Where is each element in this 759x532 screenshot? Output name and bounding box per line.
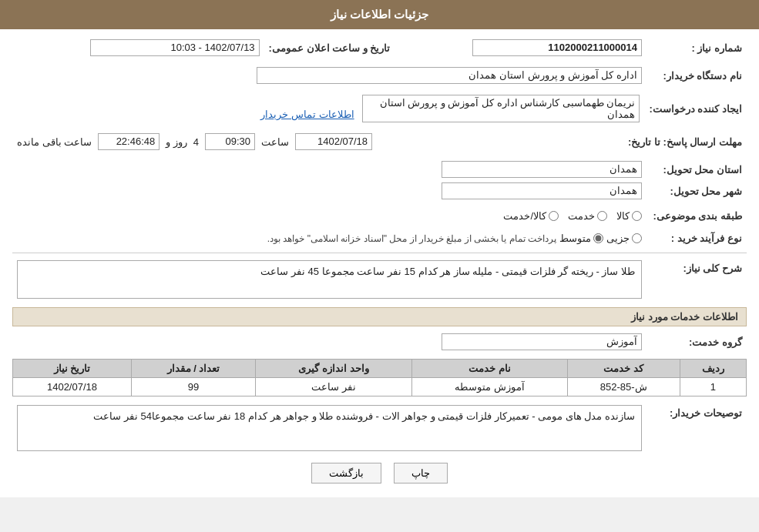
jozi-label: جزیی bbox=[606, 233, 630, 244]
tawzih-label: توصیحات خریدار: bbox=[646, 403, 747, 453]
tarekh-saat-value: 1402/07/13 - 10:03 bbox=[90, 39, 260, 56]
khadamat-data-table: ردیف کد خدمت نام خدمت واحد اندازه گیری ت… bbox=[12, 359, 747, 396]
shomara-niaz-label: شماره نیاز : bbox=[646, 37, 747, 59]
jozi-radio[interactable] bbox=[632, 233, 642, 243]
tabagheh-value-cell: کالا خدمت کالا/خدمت bbox=[12, 208, 646, 224]
ijad-table: ایجاد کننده درخواست: نریمان طهماسبی کارش… bbox=[12, 92, 747, 125]
page-title: جزئیات اطلاعات نیاز bbox=[331, 8, 428, 21]
cell-radif: 1 bbox=[680, 378, 746, 396]
khadamat-section-title: اطلاعات خدمات مورد نیاز bbox=[12, 307, 747, 326]
saat-mandeh-label: ساعت باقی مانده bbox=[17, 136, 92, 148]
shomara-niaz-value: 1102000211000014 bbox=[472, 39, 642, 56]
ijad-konandeh-value: نریمان طهماسبی کارشناس اداره کل آموزش و … bbox=[362, 95, 640, 122]
sharh-label: شرح کلی نیاز: bbox=[646, 258, 747, 301]
ettelaat-tamas-link[interactable]: اطلاعات تماس خریدار bbox=[260, 109, 354, 120]
ostan-value-cell: همدان bbox=[12, 159, 646, 180]
ijad-konandeh-value-cell: نریمان طهماسبی کارشناس اداره کل آموزش و … bbox=[12, 92, 644, 125]
tabagheh-label: طبقه بندی موضوعی: bbox=[646, 208, 747, 224]
mohlet-rooz-label: روز و bbox=[166, 136, 187, 148]
cell-vahed: نفر ساعت bbox=[255, 378, 411, 396]
tawzih-table: توصیحات خریدار: سازنده مدل های مومی - تع… bbox=[12, 403, 747, 453]
tawzih-value-cell: سازنده مدل های مومی - تعمیرکار فلزات قیم… bbox=[12, 403, 646, 453]
nouf-label: نوع فرآیند خرید : bbox=[646, 230, 747, 246]
button-row: چاپ بازگشت bbox=[12, 463, 747, 483]
kala-radio[interactable] bbox=[632, 211, 642, 221]
col-nam: نام خدمت bbox=[411, 360, 567, 378]
mohlet-saat-value: 09:30 bbox=[205, 133, 255, 150]
col-tarekh: تاریخ نیاز bbox=[13, 360, 132, 378]
goroh-khadamat-label: گروه خدمت: bbox=[646, 331, 747, 353]
tabagheh-table: طبقه بندی موضوعی: کالا خدمت bbox=[12, 208, 747, 224]
shahr-tahvil-value: همدان bbox=[442, 182, 642, 199]
shahr-value-cell: همدان bbox=[12, 180, 646, 202]
ostan-tahvil-value: همدان bbox=[442, 161, 642, 178]
sharh-table: شرح کلی نیاز: طلا ساز - ریخته گر فلزات ق… bbox=[12, 258, 747, 301]
tarekh-saat-label: تاریخ و ساعت اعلان عمومی: bbox=[264, 37, 395, 59]
cell-nam: آموزش متوسطه bbox=[411, 378, 567, 396]
khadamat-label: خدمت bbox=[568, 210, 595, 222]
ostan-tahvil-label: استان محل تحویل: bbox=[646, 159, 747, 180]
tawzih-box: سازنده مدل های مومی - تعمیرکار فلزات قیم… bbox=[17, 405, 642, 451]
motavasset-radio[interactable] bbox=[593, 233, 603, 243]
kala-option[interactable]: کالا bbox=[616, 210, 642, 222]
mohlet-rooz-value: 4 bbox=[193, 136, 199, 148]
saat-mandeh-value: 22:46:48 bbox=[98, 133, 160, 150]
jozi-option[interactable]: جزیی bbox=[606, 233, 642, 244]
sharh-box: طلا ساز - ریخته گر فلزات قیمتی - ملیله س… bbox=[17, 260, 642, 299]
divider-1 bbox=[12, 253, 747, 253]
nam-dastgah-value: اداره کل آموزش و پرورش استان همدان bbox=[257, 67, 642, 84]
mohlet-values-cell: 1402/07/18 ساعت 09:30 4 روز و 22:46:48 س… bbox=[12, 131, 623, 152]
mohlet-ersal-label: مهلت ارسال پاسخ: تا تاریخ: bbox=[623, 131, 747, 152]
khadamat-radio[interactable] bbox=[597, 211, 607, 221]
tarekh-saat-value-cell: 1402/07/13 - 10:03 bbox=[12, 37, 264, 59]
kala-khadamat-label: کالا/خدمت bbox=[503, 210, 546, 222]
col-vahed: واحد اندازه گیری bbox=[255, 360, 411, 378]
cell-tarekh: 1402/07/18 bbox=[13, 378, 132, 396]
cell-kod: ش-85-852 bbox=[567, 378, 680, 396]
kala-label: کالا bbox=[616, 210, 630, 222]
table-row: 1 ش-85-852 آموزش متوسطه نفر ساعت 99 1402… bbox=[13, 378, 747, 396]
shahr-tahvil-label: شهر محل تحویل: bbox=[646, 180, 747, 202]
goroh-khadamat-table: گروه خدمت: آموزش bbox=[12, 331, 747, 353]
kala-khadamat-radio[interactable] bbox=[549, 211, 559, 221]
col-tedad: تعداد / مقدار bbox=[131, 360, 255, 378]
cell-tedad: 99 bbox=[131, 378, 255, 396]
ostan-table: استان محل تحویل: همدان شهر محل تحویل: هم… bbox=[12, 159, 747, 202]
col-kod: کد خدمت bbox=[567, 360, 680, 378]
mohlet-table: مهلت ارسال پاسخ: تا تاریخ: 1402/07/18 سا… bbox=[12, 131, 747, 152]
chap-button[interactable]: چاپ bbox=[394, 463, 448, 483]
goroh-khadamat-value: آموزش bbox=[442, 333, 642, 350]
mohlet-saat-label: ساعت bbox=[261, 136, 289, 148]
goroh-khadamat-value-cell: آموزش bbox=[12, 331, 646, 353]
kala-khadamat-option[interactable]: کالا/خدمت bbox=[503, 210, 559, 222]
col-radif: ردیف bbox=[680, 360, 746, 378]
nouf-extra-text: پرداخت تمام یا بخشی از مبلغ خریدار از مح… bbox=[267, 233, 556, 244]
bazgasht-button[interactable]: بازگشت bbox=[311, 463, 381, 483]
sharh-value-cell: طلا ساز - ریخته گر فلزات قیمتی - ملیله س… bbox=[12, 258, 646, 301]
nouf-value-cell: جزیی متوسط پرداخت تمام یا بخشی از مبلغ خ… bbox=[12, 230, 646, 246]
nam-dastgah-value-cell: اداره کل آموزش و پرورش استان همدان bbox=[12, 65, 646, 86]
motavasset-option[interactable]: متوسط bbox=[559, 233, 603, 244]
nouf-table: نوع فرآیند خرید : جزیی متوسط پرداخت تمام… bbox=[12, 230, 747, 246]
khadamat-option[interactable]: خدمت bbox=[568, 210, 607, 222]
dastgah-table: نام دستگاه خریدار: اداره کل آموزش و پرور… bbox=[12, 65, 747, 86]
motavasset-label: متوسط bbox=[559, 233, 591, 244]
nam-dastgah-label: نام دستگاه خریدار: bbox=[646, 65, 747, 86]
ijad-konandeh-label: ایجاد کننده درخواست: bbox=[644, 92, 747, 125]
top-info-table: شماره نیاز : 1102000211000014 تاریخ و سا… bbox=[12, 37, 747, 59]
page-header: جزئیات اطلاعات نیاز bbox=[0, 0, 759, 29]
mohlet-date: 1402/07/18 bbox=[295, 133, 372, 150]
shomara-niaz-value-cell: 1102000211000014 bbox=[395, 37, 646, 59]
